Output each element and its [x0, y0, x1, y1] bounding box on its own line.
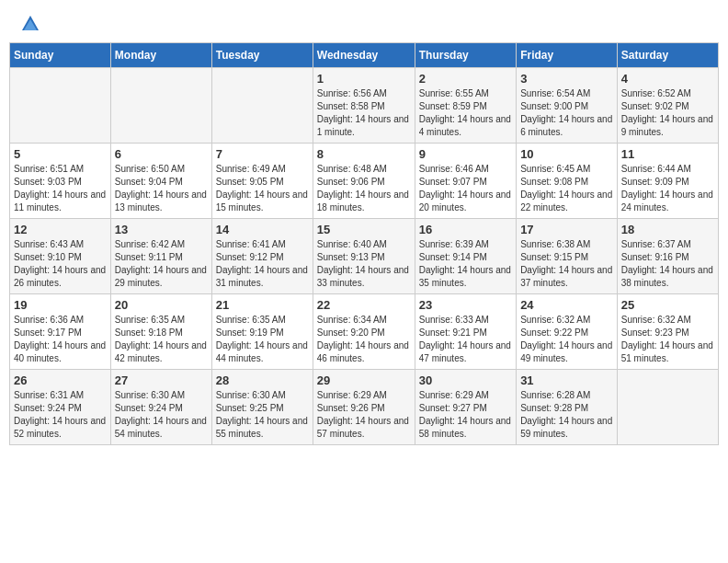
calendar-cell: 20Sunrise: 6:35 AMSunset: 9:18 PMDayligh… — [110, 294, 211, 370]
calendar-cell: 13Sunrise: 6:42 AMSunset: 9:11 PMDayligh… — [110, 219, 211, 294]
day-number: 30 — [419, 373, 512, 387]
calendar-cell: 22Sunrise: 6:34 AMSunset: 9:20 PMDayligh… — [313, 294, 415, 370]
day-info: Sunrise: 6:39 AMSunset: 9:14 PMDaylight:… — [419, 238, 512, 290]
day-number: 6 — [115, 147, 208, 161]
day-info: Sunrise: 6:36 AMSunset: 9:17 PMDaylight:… — [14, 314, 107, 365]
calendar-week-row: 19Sunrise: 6:36 AMSunset: 9:17 PMDayligh… — [10, 294, 719, 370]
day-info: Sunrise: 6:35 AMSunset: 9:18 PMDaylight:… — [115, 314, 208, 365]
day-info: Sunrise: 6:51 AMSunset: 9:03 PMDaylight:… — [14, 163, 107, 214]
calendar-cell: 25Sunrise: 6:32 AMSunset: 9:23 PMDayligh… — [617, 294, 718, 370]
column-header-wednesday: Wednesday — [313, 43, 415, 68]
day-number: 9 — [419, 147, 512, 161]
calendar-cell: 10Sunrise: 6:45 AMSunset: 9:08 PMDayligh… — [517, 144, 618, 219]
column-header-sunday: Sunday — [10, 43, 111, 68]
logo-icon — [20, 14, 40, 34]
day-number: 26 — [14, 373, 107, 387]
day-number: 3 — [520, 72, 613, 86]
calendar-cell: 16Sunrise: 6:39 AMSunset: 9:14 PMDayligh… — [415, 219, 516, 294]
day-number: 18 — [621, 223, 714, 236]
calendar-cell: 5Sunrise: 6:51 AMSunset: 9:03 PMDaylight… — [10, 144, 111, 219]
calendar-cell — [110, 68, 211, 144]
calendar-cell: 12Sunrise: 6:43 AMSunset: 9:10 PMDayligh… — [10, 219, 111, 294]
day-number: 29 — [317, 373, 411, 387]
calendar-cell: 17Sunrise: 6:38 AMSunset: 9:15 PMDayligh… — [517, 219, 618, 294]
calendar-week-row: 26Sunrise: 6:31 AMSunset: 9:24 PMDayligh… — [10, 370, 719, 445]
day-number: 28 — [216, 373, 309, 387]
column-header-monday: Monday — [110, 43, 211, 68]
column-header-tuesday: Tuesday — [211, 43, 313, 68]
calendar-cell: 30Sunrise: 6:29 AMSunset: 9:27 PMDayligh… — [415, 370, 516, 445]
calendar-header-row: SundayMondayTuesdayWednesdayThursdayFrid… — [10, 43, 719, 68]
day-info: Sunrise: 6:46 AMSunset: 9:07 PMDaylight:… — [419, 163, 512, 214]
day-info: Sunrise: 6:56 AMSunset: 8:58 PMDaylight:… — [317, 87, 411, 139]
day-info: Sunrise: 6:30 AMSunset: 9:24 PMDaylight:… — [115, 389, 208, 441]
day-info: Sunrise: 6:43 AMSunset: 9:10 PMDaylight:… — [14, 238, 107, 290]
calendar-cell: 6Sunrise: 6:50 AMSunset: 9:04 PMDaylight… — [110, 144, 211, 219]
calendar-cell: 27Sunrise: 6:30 AMSunset: 9:24 PMDayligh… — [110, 370, 211, 445]
calendar-cell: 2Sunrise: 6:55 AMSunset: 8:59 PMDaylight… — [415, 68, 516, 144]
day-info: Sunrise: 6:42 AMSunset: 9:11 PMDaylight:… — [115, 238, 208, 290]
day-info: Sunrise: 6:52 AMSunset: 9:02 PMDaylight:… — [621, 87, 714, 139]
calendar-cell: 21Sunrise: 6:35 AMSunset: 9:19 PMDayligh… — [211, 294, 313, 370]
day-info: Sunrise: 6:34 AMSunset: 9:20 PMDaylight:… — [317, 314, 411, 365]
day-info: Sunrise: 6:40 AMSunset: 9:13 PMDaylight:… — [317, 238, 411, 290]
day-info: Sunrise: 6:49 AMSunset: 9:05 PMDaylight:… — [216, 163, 309, 214]
calendar-cell: 28Sunrise: 6:30 AMSunset: 9:25 PMDayligh… — [211, 370, 313, 445]
day-number: 21 — [216, 298, 309, 312]
calendar-cell: 3Sunrise: 6:54 AMSunset: 9:00 PMDaylight… — [517, 68, 618, 144]
calendar-cell — [211, 68, 313, 144]
calendar-cell: 23Sunrise: 6:33 AMSunset: 9:21 PMDayligh… — [415, 294, 516, 370]
day-info: Sunrise: 6:28 AMSunset: 9:28 PMDaylight:… — [520, 389, 613, 441]
calendar-cell: 15Sunrise: 6:40 AMSunset: 9:13 PMDayligh… — [313, 219, 415, 294]
day-number: 25 — [621, 298, 714, 312]
day-number: 17 — [520, 223, 613, 236]
calendar-cell: 8Sunrise: 6:48 AMSunset: 9:06 PMDaylight… — [313, 144, 415, 219]
day-number: 22 — [317, 298, 411, 312]
column-header-friday: Friday — [517, 43, 618, 68]
header — [9, 9, 719, 35]
day-info: Sunrise: 6:30 AMSunset: 9:25 PMDaylight:… — [216, 389, 309, 441]
day-info: Sunrise: 6:45 AMSunset: 9:08 PMDaylight:… — [520, 163, 613, 214]
day-number: 5 — [14, 147, 107, 161]
day-info: Sunrise: 6:48 AMSunset: 9:06 PMDaylight:… — [317, 163, 411, 214]
calendar-cell: 14Sunrise: 6:41 AMSunset: 9:12 PMDayligh… — [211, 219, 313, 294]
calendar-week-row: 1Sunrise: 6:56 AMSunset: 8:58 PMDaylight… — [10, 68, 719, 144]
day-number: 24 — [520, 298, 613, 312]
calendar-cell — [617, 370, 718, 445]
calendar-table: SundayMondayTuesdayWednesdayThursdayFrid… — [9, 42, 719, 445]
logo — [18, 14, 40, 30]
day-number: 23 — [419, 298, 512, 312]
day-info: Sunrise: 6:44 AMSunset: 9:09 PMDaylight:… — [621, 163, 714, 214]
day-info: Sunrise: 6:31 AMSunset: 9:24 PMDaylight:… — [14, 389, 107, 441]
day-number: 15 — [317, 223, 411, 236]
calendar-week-row: 12Sunrise: 6:43 AMSunset: 9:10 PMDayligh… — [10, 219, 719, 294]
calendar-cell: 4Sunrise: 6:52 AMSunset: 9:02 PMDaylight… — [617, 68, 718, 144]
calendar-cell — [10, 68, 111, 144]
day-info: Sunrise: 6:29 AMSunset: 9:26 PMDaylight:… — [317, 389, 411, 441]
day-info: Sunrise: 6:32 AMSunset: 9:23 PMDaylight:… — [621, 314, 714, 365]
day-info: Sunrise: 6:32 AMSunset: 9:22 PMDaylight:… — [520, 314, 613, 365]
day-number: 1 — [317, 72, 411, 86]
calendar-cell: 29Sunrise: 6:29 AMSunset: 9:26 PMDayligh… — [313, 370, 415, 445]
day-number: 19 — [14, 298, 107, 312]
day-number: 8 — [317, 147, 411, 161]
column-header-saturday: Saturday — [617, 43, 718, 68]
calendar-cell: 24Sunrise: 6:32 AMSunset: 9:22 PMDayligh… — [517, 294, 618, 370]
day-number: 4 — [621, 72, 714, 86]
calendar-cell: 7Sunrise: 6:49 AMSunset: 9:05 PMDaylight… — [211, 144, 313, 219]
day-number: 12 — [14, 223, 107, 236]
calendar-week-row: 5Sunrise: 6:51 AMSunset: 9:03 PMDaylight… — [10, 144, 719, 219]
calendar-cell: 11Sunrise: 6:44 AMSunset: 9:09 PMDayligh… — [617, 144, 718, 219]
day-number: 31 — [520, 373, 613, 387]
day-number: 7 — [216, 147, 309, 161]
calendar-cell: 19Sunrise: 6:36 AMSunset: 9:17 PMDayligh… — [10, 294, 111, 370]
day-number: 27 — [115, 373, 208, 387]
day-number: 20 — [115, 298, 208, 312]
calendar-cell: 1Sunrise: 6:56 AMSunset: 8:58 PMDaylight… — [313, 68, 415, 144]
day-info: Sunrise: 6:54 AMSunset: 9:00 PMDaylight:… — [520, 87, 613, 139]
day-info: Sunrise: 6:41 AMSunset: 9:12 PMDaylight:… — [216, 238, 309, 290]
day-number: 16 — [419, 223, 512, 236]
day-number: 13 — [115, 223, 208, 236]
day-info: Sunrise: 6:35 AMSunset: 9:19 PMDaylight:… — [216, 314, 309, 365]
day-info: Sunrise: 6:50 AMSunset: 9:04 PMDaylight:… — [115, 163, 208, 214]
